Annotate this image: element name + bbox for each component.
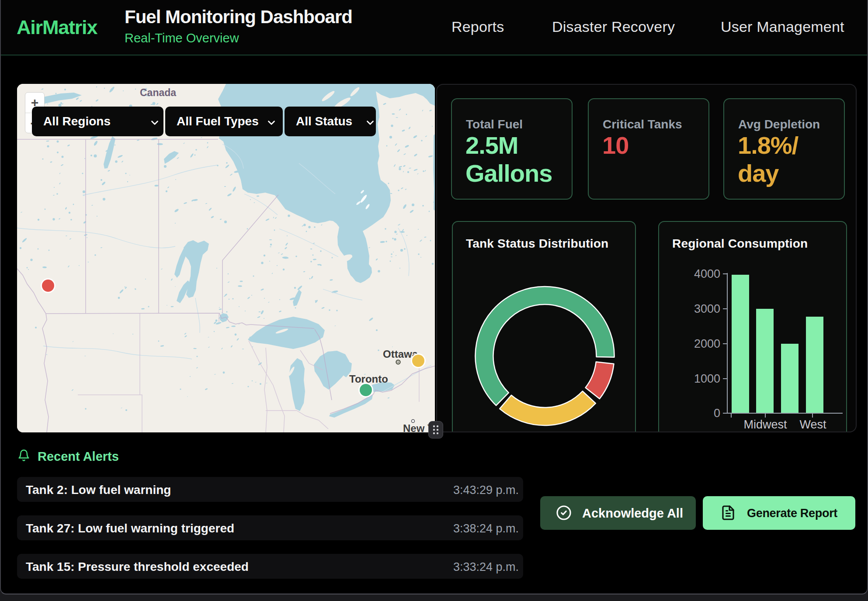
svg-text:1000: 1000: [694, 372, 720, 385]
svg-text:Toronto: Toronto: [349, 373, 388, 385]
svg-text:0: 0: [714, 407, 720, 420]
svg-text:Canada: Canada: [140, 87, 176, 98]
svg-text:3000: 3000: [694, 302, 720, 315]
svg-text:4000: 4000: [694, 267, 720, 280]
svg-text:West: West: [799, 418, 826, 431]
svg-text:Midwest: Midwest: [743, 418, 787, 431]
svg-text:2000: 2000: [694, 337, 720, 350]
